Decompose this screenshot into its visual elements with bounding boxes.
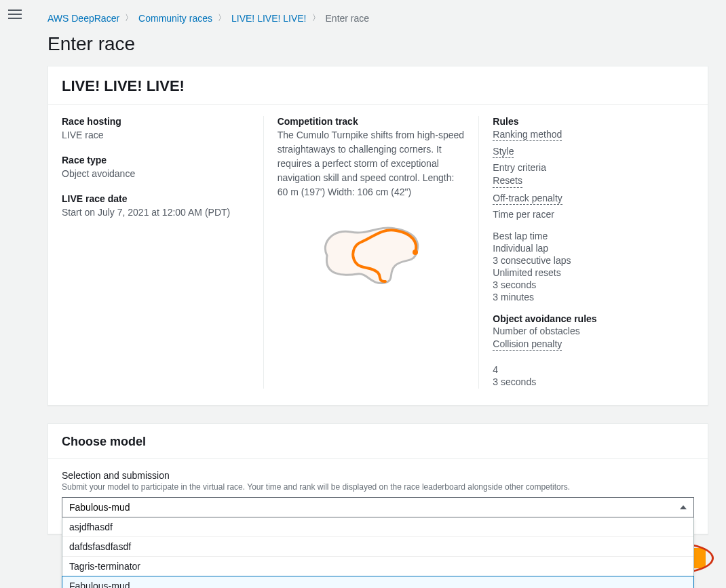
race-hosting-value: LIVE race	[62, 128, 250, 142]
rules-value: 3 minutes	[493, 292, 681, 302]
model-option-highlighted[interactable]: Fabulous-mud	[62, 576, 694, 588]
race-type-label: Race type	[62, 155, 250, 165]
rules-link-ranking[interactable]: Ranking method	[493, 128, 562, 141]
breadcrumb-current: Enter race	[326, 13, 370, 24]
race-date-label: LIVE race date	[62, 193, 250, 204]
nav-menu-toggle[interactable]	[8, 9, 22, 20]
model-select-value: Fabulous-mud	[69, 502, 130, 513]
selection-label: Selection and submission	[62, 470, 694, 481]
choose-model-title: Choose model	[62, 435, 694, 449]
rules-column: Rules Ranking method Style Entry criteri…	[478, 116, 694, 389]
breadcrumb-link-deepracer[interactable]: AWS DeepRacer	[47, 13, 119, 24]
race-date-value: Start on July 7, 2021 at 12:00 AM (PDT)	[62, 205, 250, 220]
track-label: Competition track	[278, 116, 465, 127]
race-hosting-column: Race hosting LIVE race Race type Object …	[62, 116, 263, 389]
model-option[interactable]: dafdsfasdfasdf	[62, 537, 693, 557]
rules-link-style[interactable]: Style	[493, 145, 514, 158]
oa-value: 4	[493, 364, 681, 375]
model-dropdown: asjdfhasdf dafdsfasdfasdf Tagris-termina…	[62, 517, 694, 588]
race-details-panel: LIVE! LIVE! LIVE! Race hosting LIVE race…	[47, 66, 708, 406]
caret-up-icon	[680, 505, 687, 509]
race-type-value: Object avoidance	[62, 167, 250, 181]
rules-link-entry: Entry criteria	[493, 162, 546, 173]
choose-model-panel: Choose model Selection and submission Su…	[47, 423, 708, 534]
page-title: Enter race	[47, 33, 708, 55]
track-diagram	[278, 212, 465, 295]
chevron-right-icon: 〉	[312, 12, 320, 24]
rules-link-offtrack[interactable]: Off-track penalty	[493, 192, 562, 205]
rules-value: 3 seconds	[493, 279, 681, 290]
oa-rules-label: Object avoidance rules	[493, 313, 681, 324]
breadcrumb: AWS DeepRacer 〉 Community races 〉 LIVE! …	[47, 12, 708, 24]
rules-label: Rules	[493, 116, 681, 127]
oa-value: 3 seconds	[493, 376, 681, 387]
rules-value: Best lap time	[493, 231, 681, 241]
race-title: LIVE! LIVE! LIVE!	[62, 77, 694, 95]
svg-point-0	[413, 250, 418, 255]
rules-value: Individual lap	[493, 243, 681, 254]
selection-desc: Submit your model to participate in the …	[62, 482, 694, 492]
model-option[interactable]: asjdfhasdf	[62, 517, 693, 537]
competition-track-column: Competition track The Cumulo Turnpike sh…	[263, 116, 479, 389]
model-select-trigger[interactable]: Fabulous-mud	[62, 497, 694, 517]
chevron-right-icon: 〉	[218, 12, 226, 24]
track-desc: The Cumulo Turnpike shifts from high-spe…	[278, 128, 465, 199]
rules-link-time: Time per racer	[493, 209, 554, 220]
rules-value: Unlimited resets	[493, 267, 681, 278]
rules-value: 3 consecutive laps	[493, 255, 681, 266]
oa-link-collision[interactable]: Collision penalty	[493, 338, 562, 351]
breadcrumb-link-race[interactable]: LIVE! LIVE! LIVE!	[231, 13, 307, 24]
rules-link-resets[interactable]: Resets	[493, 174, 522, 187]
breadcrumb-link-community[interactable]: Community races	[138, 13, 212, 24]
race-hosting-label: Race hosting	[62, 116, 250, 127]
chevron-right-icon: 〉	[125, 12, 133, 24]
model-select[interactable]: Fabulous-mud asjdfhasdf dafdsfasdfasdf T…	[62, 497, 694, 517]
oa-link-obstacles: Number of obstacles	[493, 326, 579, 336]
model-option[interactable]: Tagris-terminator	[62, 557, 693, 576]
